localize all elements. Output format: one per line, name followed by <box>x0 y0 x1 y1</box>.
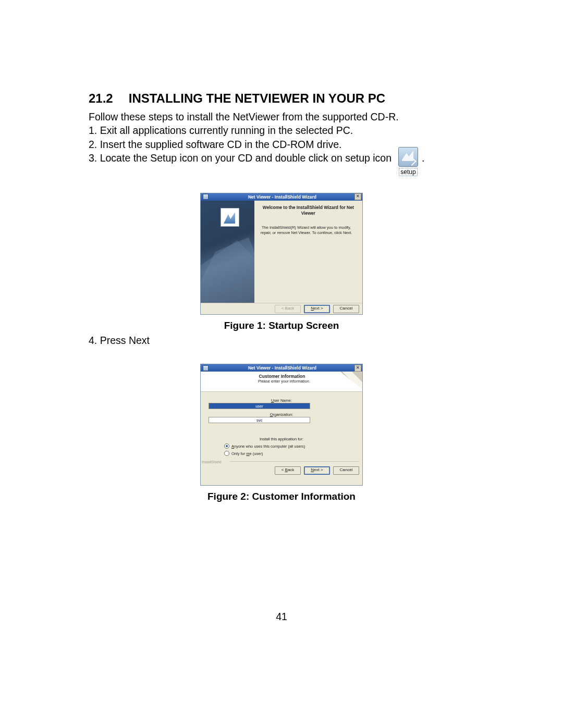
wizard-sidebar-graphic <box>201 201 254 303</box>
page-number: 41 <box>0 611 563 623</box>
close-icon[interactable]: ✕ <box>354 193 361 200</box>
document-page: 21.2 INSTALLING THE NETVIEWER IN YOUR PC… <box>0 0 563 728</box>
titlebar: Net Viewer - InstallShield Wizard ✕ <box>201 193 362 201</box>
wizard-window-startup: Net Viewer - InstallShield Wizard ✕ Welc… <box>200 193 363 315</box>
titlebar: Net Viewer - InstallShield Wizard ✕ <box>201 364 362 372</box>
wizard-footer: < Back Next > Cancel <box>201 465 362 476</box>
close-icon[interactable]: ✕ <box>354 365 361 372</box>
organization-input[interactable]: svc <box>209 417 310 423</box>
cancel-button[interactable]: Cancel <box>333 305 359 313</box>
step-3-row: 3. Locate the Setup icon on your CD and … <box>89 151 474 176</box>
next-button[interactable]: Next > <box>304 305 330 313</box>
username-label: User Name: <box>209 398 354 403</box>
step-3-trailer: . <box>422 151 424 165</box>
window-title: Net Viewer - InstallShield Wizard <box>210 365 354 371</box>
radio-icon <box>224 443 229 449</box>
divider <box>230 461 359 462</box>
section-number: 21.2 <box>89 91 113 106</box>
banner-title: Customer Information <box>206 374 358 379</box>
inline-setup-icon-block: setup <box>396 147 421 176</box>
wizard-footer: < Back Next > Cancel <box>201 303 362 315</box>
next-button[interactable]: Next > <box>304 466 330 475</box>
step-1: 1. Exit all applications currently runni… <box>89 124 474 137</box>
step-4: 4. Press Next <box>89 334 474 347</box>
cancel-button[interactable]: Cancel <box>333 466 359 475</box>
username-input[interactable]: user <box>209 403 310 409</box>
welcome-heading: Welcome to the InstallShield Wizard for … <box>260 205 357 216</box>
step-3: 3. Locate the Setup icon on your CD and … <box>89 151 391 165</box>
wizard-header-banner: Customer Information Please enter your i… <box>201 372 362 392</box>
section-title: INSTALLING THE NETVIEWER IN YOUR PC <box>129 91 385 106</box>
window-title: Net Viewer - InstallShield Wizard <box>210 194 354 200</box>
radio-icon <box>224 451 229 456</box>
radio-label: Anyone who uses this computer (all users… <box>231 444 305 449</box>
banner-subtitle: Please enter your information. <box>210 379 358 384</box>
wizard-body: User Name: user Organization: svc Instal… <box>201 392 362 476</box>
radio-all-users[interactable]: Anyone who uses this computer (all users… <box>224 443 354 449</box>
app-icon <box>203 194 209 200</box>
wizard-window-customer-info: Net Viewer - InstallShield Wizard ✕ Cust… <box>200 364 363 486</box>
welcome-description: The InstallShield(R) Wizard will allow y… <box>260 225 353 235</box>
install-for-label: Install this application for: <box>209 437 354 441</box>
radio-label: Only for me (user) <box>231 451 263 456</box>
installshield-logo-icon <box>221 208 239 227</box>
figure-1-caption: Figure 1: Startup Screen <box>89 320 474 331</box>
intro-text: Follow these steps to install the NetVie… <box>89 110 474 124</box>
app-icon <box>203 365 209 371</box>
section-heading: 21.2 INSTALLING THE NETVIEWER IN YOUR PC <box>89 91 474 106</box>
figure-2-caption: Figure 2: Customer Information <box>89 491 474 502</box>
organization-label: Organization: <box>209 412 354 417</box>
back-button[interactable]: < Back <box>275 305 301 313</box>
figure-2: Net Viewer - InstallShield Wizard ✕ Cust… <box>89 364 474 366</box>
figure-1: Net Viewer - InstallShield Wizard ✕ Welc… <box>89 193 474 331</box>
radio-only-me[interactable]: Only for me (user) <box>224 451 354 456</box>
installshield-watermark: InstallShield <box>202 460 222 464</box>
setup-icon-caption: setup <box>399 168 417 176</box>
setup-icon <box>398 147 418 167</box>
back-button[interactable]: < Back <box>275 466 301 475</box>
wizard-content: Welcome to the InstallShield Wizard for … <box>254 201 362 303</box>
wizard-body: Welcome to the InstallShield Wizard for … <box>201 201 362 303</box>
